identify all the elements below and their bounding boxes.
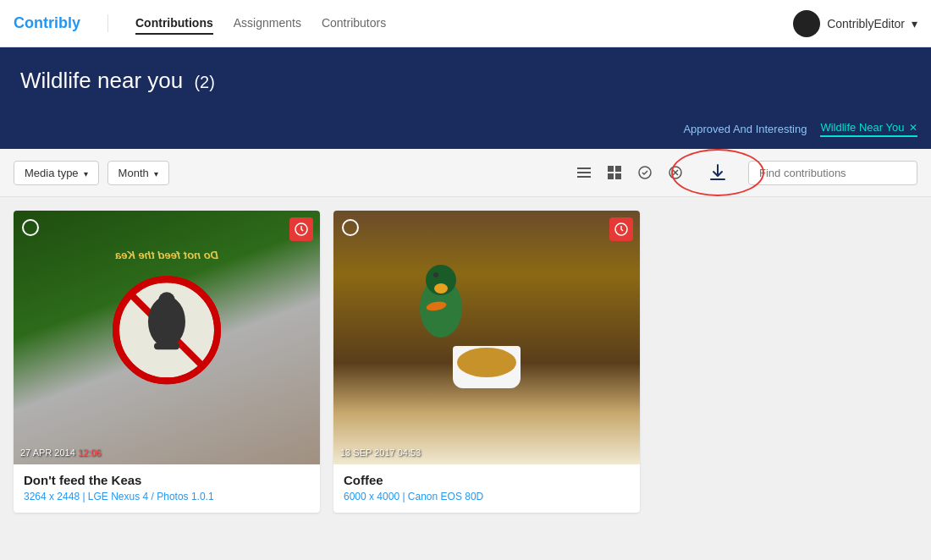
grid-view-icon[interactable]: [603, 161, 626, 184]
card-1-status: [289, 217, 313, 241]
month-chevron-icon: [154, 167, 158, 179]
content-area: Do not feed the Kea 27 APR 2014 12:06 Do…: [0, 197, 931, 526]
hero-section: Wildlife near you (2) Approved And Inter…: [0, 47, 931, 149]
card-1-image: Do not feed the Kea 27 APR 2014 12:06: [14, 211, 320, 464]
card-1-meta: 3264 x 2448 | LGE Nexus 4 / Photos 1.0.1: [24, 491, 310, 502]
svg-point-16: [158, 292, 175, 309]
svg-rect-4: [615, 166, 621, 172]
svg-rect-2: [577, 176, 591, 178]
card-2-info: Coffee 6000 x 4000 | Canon EOS 80D: [333, 464, 640, 513]
svg-point-22: [433, 272, 438, 277]
svg-rect-0: [577, 167, 591, 169]
svg-rect-3: [608, 166, 614, 172]
navbar: Contribly Contributions Assignments Cont…: [0, 0, 931, 47]
card-1-timestamp: 27 APR 2014 12:06: [20, 447, 101, 458]
tag-wildlife-near-you[interactable]: Wildlife Near You ✕: [820, 121, 917, 137]
card-2-title: Coffee: [344, 473, 630, 487]
svg-rect-5: [608, 173, 614, 179]
card-2-status: [609, 217, 633, 241]
svg-rect-6: [615, 173, 621, 179]
page-title: Wildlife near you (2): [20, 68, 911, 94]
username: ContriblyEditor: [827, 17, 905, 30]
list-view-icon[interactable]: [572, 161, 596, 184]
card-1-info: Don't feed the Keas 3264 x 2448 | LGE Ne…: [14, 464, 320, 513]
user-dropdown-icon: ▾: [912, 17, 917, 30]
cards-grid: Do not feed the Kea 27 APR 2014 12:06 Do…: [14, 211, 640, 513]
tag-approved-interesting[interactable]: Approved And Interesting: [683, 123, 807, 135]
toolbar: Media type Month: [0, 149, 931, 197]
brand-logo[interactable]: Contribly: [14, 14, 108, 32]
nav-contributors[interactable]: Contributors: [322, 13, 386, 35]
user-menu[interactable]: ContriblyEditor ▾: [793, 10, 917, 37]
card-1-select[interactable]: [22, 219, 39, 236]
card-2-image: 13 SEP 2017 04:53: [333, 211, 640, 464]
svg-rect-17: [154, 343, 179, 349]
approve-icon[interactable]: [633, 161, 657, 184]
tag-filters: Approved And Interesting Wildlife Near Y…: [683, 121, 917, 137]
card-2-timestamp: 13 SEP 2017 04:53: [340, 447, 421, 458]
view-icons: [572, 161, 687, 184]
nav-assignments[interactable]: Assignments: [234, 13, 301, 35]
media-type-filter[interactable]: Media type: [14, 161, 99, 185]
card-1: Do not feed the Kea 27 APR 2014 12:06 Do…: [14, 211, 320, 513]
tag-close-icon[interactable]: ✕: [909, 122, 917, 134]
card-2-meta: 6000 x 4000 | Canon EOS 80D: [344, 491, 630, 502]
download-button[interactable]: [702, 157, 733, 188]
card-2-select[interactable]: [342, 219, 359, 236]
card-1-title: Don't feed the Keas: [24, 473, 310, 487]
search-input[interactable]: [748, 161, 917, 185]
media-type-chevron-icon: [84, 167, 88, 179]
nav-links: Contributions Assignments Contributors: [135, 13, 793, 35]
download-area: [702, 157, 733, 188]
month-filter[interactable]: Month: [107, 161, 169, 185]
reject-icon[interactable]: [664, 161, 687, 184]
svg-point-21: [434, 283, 448, 294]
svg-rect-1: [577, 172, 591, 173]
card-2: 13 SEP 2017 04:53 Coffee 6000 x 4000 | C…: [333, 211, 640, 513]
nav-contributions[interactable]: Contributions: [135, 13, 213, 35]
avatar: [793, 10, 820, 37]
